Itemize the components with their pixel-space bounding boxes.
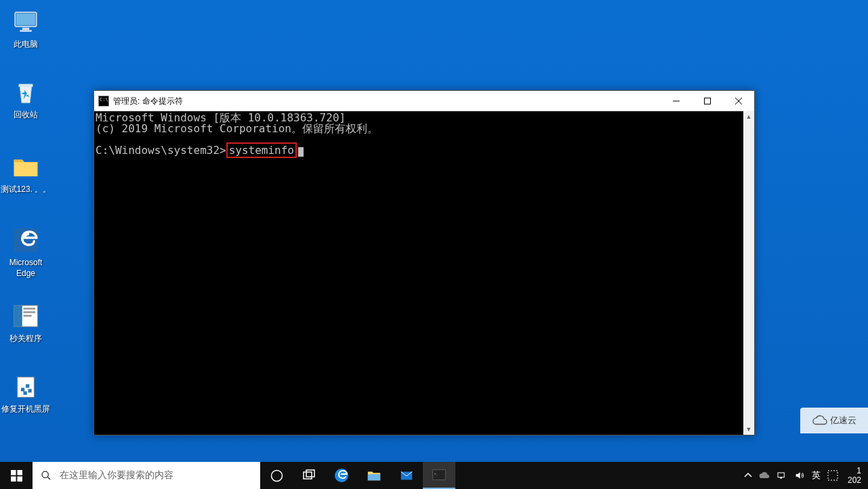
edge-icon [333, 467, 350, 484]
window-controls [661, 91, 754, 111]
svg-rect-3 [20, 30, 32, 32]
svg-rect-35 [780, 477, 782, 479]
close-button[interactable] [723, 91, 754, 111]
cmd-command-highlight: systeminfo [226, 142, 297, 158]
cmd-scrollbar[interactable]: ▲ ▼ [743, 111, 754, 435]
svg-rect-14 [24, 391, 27, 395]
svg-rect-15 [28, 389, 32, 393]
folder-icon [9, 151, 42, 183]
desktop-icon-label: Microsoft Edge [0, 258, 51, 279]
tray-volume-icon[interactable] [794, 470, 805, 481]
svg-rect-22 [11, 476, 16, 482]
app-icon [9, 300, 42, 332]
scroll-down-button[interactable]: ▼ [743, 424, 754, 435]
desktop-icon-label: 测试123. 。。 [0, 184, 51, 195]
svg-rect-34 [778, 473, 784, 477]
desktop-icon-repair-boot[interactable]: 修复开机黑屏 [0, 370, 51, 415]
svg-rect-10 [24, 315, 32, 317]
watermark: 亿速云 [800, 408, 868, 433]
desktop-icon-test-folder[interactable]: 测试123. 。。 [0, 151, 51, 195]
svg-line-25 [47, 477, 50, 480]
svg-rect-23 [17, 476, 22, 482]
svg-rect-30 [368, 474, 380, 480]
cortana-button[interactable] [260, 462, 293, 489]
svg-rect-7 [14, 305, 22, 327]
taskbar: 在这里输入你要搜索的内容 >_ 英 1 202 [0, 462, 868, 489]
svg-rect-36 [828, 471, 838, 480]
cmd-window[interactable]: 管理员: 命令提示符 Microsoft Windows [版本 10.0.18… [94, 90, 755, 435]
svg-rect-9 [24, 311, 36, 313]
taskbar-app-edge[interactable] [325, 462, 358, 489]
cmd-title: 管理员: 命令提示符 [113, 96, 661, 107]
svg-rect-20 [11, 470, 16, 475]
svg-rect-4 [19, 84, 33, 87]
search-icon [41, 470, 51, 481]
taskbar-app-explorer[interactable] [358, 462, 390, 489]
mail-icon [399, 468, 414, 483]
search-placeholder: 在这里输入你要搜索的内容 [60, 469, 173, 482]
scroll-track[interactable] [743, 122, 754, 424]
tray-chevron-up-icon[interactable] [744, 471, 752, 480]
system-tray: 英 1 202 [740, 462, 868, 489]
recycle-bin-icon [9, 76, 42, 109]
task-view-icon [303, 469, 315, 482]
start-button[interactable] [0, 462, 33, 489]
app-icon [9, 370, 42, 403]
svg-rect-27 [304, 472, 312, 479]
desktop-icon-edge[interactable]: Microsoft Edge [0, 224, 51, 279]
edge-icon [9, 224, 42, 256]
desktop: 此电脑 回收站 测试123. 。。 Microsoft Edge 秒关程序 修复… [0, 0, 868, 462]
taskbar-app-cmd[interactable]: >_ [423, 462, 455, 489]
taskbar-app-mail[interactable] [390, 462, 423, 489]
maximize-button[interactable] [692, 91, 723, 111]
cmd-prompt: C:\Windows\system32> [96, 144, 226, 157]
cmd-content[interactable]: Microsoft Windows [版本 10.0.18363.720] (c… [94, 111, 743, 435]
tray-ime-icon[interactable] [827, 470, 838, 481]
tray-clock[interactable]: 1 202 [845, 466, 864, 486]
cmd-copyright-line: (c) 2019 Microsoft Corporation。保留所有权利。 [96, 122, 378, 135]
minimize-button[interactable] [661, 91, 692, 111]
desktop-icon-this-pc[interactable]: 此电脑 [0, 5, 51, 50]
svg-rect-1 [16, 14, 35, 26]
desktop-icon-label: 此电脑 [0, 39, 51, 50]
tray-time: 1 [848, 466, 861, 475]
taskbar-apps: >_ [260, 462, 455, 489]
search-box[interactable]: 在这里输入你要搜索的内容 [33, 462, 260, 489]
tray-ime-lang[interactable]: 英 [812, 469, 821, 482]
svg-point-26 [271, 470, 282, 481]
svg-point-24 [42, 471, 48, 477]
svg-rect-13 [26, 385, 29, 388]
tray-date: 202 [848, 475, 861, 485]
svg-rect-17 [705, 98, 711, 104]
cmd-titlebar[interactable]: 管理员: 命令提示符 [94, 91, 754, 111]
desktop-icon-label: 回收站 [0, 110, 51, 121]
cmd-icon [98, 96, 109, 106]
windows-icon [11, 470, 22, 482]
cmd-body[interactable]: Microsoft Windows [版本 10.0.18363.720] (c… [94, 111, 754, 435]
watermark-text: 亿速云 [830, 414, 856, 427]
svg-rect-21 [17, 470, 22, 475]
svg-rect-12 [21, 388, 24, 391]
desktop-icon-label: 修复开机黑屏 [0, 404, 51, 415]
circle-icon [270, 469, 283, 482]
desktop-icon-seconds-off[interactable]: 秒关程序 [0, 300, 51, 345]
folder-icon [367, 468, 381, 483]
cmd-icon: >_ [432, 467, 447, 482]
cloud-icon [812, 413, 827, 428]
cursor [298, 147, 304, 157]
svg-rect-8 [24, 308, 36, 310]
svg-rect-2 [22, 28, 30, 31]
task-view-button[interactable] [293, 462, 325, 489]
tray-onedrive-icon[interactable] [759, 470, 770, 481]
monitor-icon [9, 5, 42, 38]
svg-rect-28 [306, 470, 314, 477]
desktop-icon-recycle-bin[interactable]: 回收站 [0, 76, 51, 121]
tray-network-icon[interactable] [777, 470, 787, 481]
scroll-up-button[interactable]: ▲ [743, 111, 754, 122]
desktop-icon-label: 秒关程序 [0, 334, 51, 345]
